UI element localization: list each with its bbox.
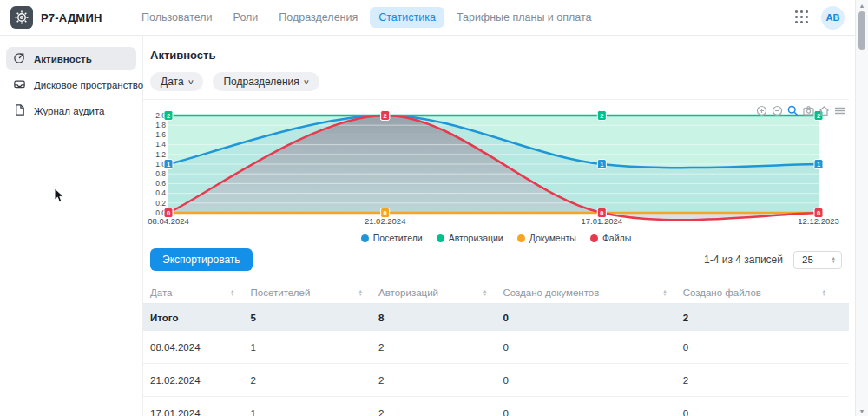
- column-header-label: Дата: [150, 287, 172, 298]
- table-cell: 1: [251, 342, 378, 353]
- sort-icon[interactable]: ▲▼: [358, 289, 363, 297]
- svg-text:1.2: 1.2: [155, 150, 166, 159]
- table-row-3[interactable]: 17.01.20241200: [143, 397, 849, 416]
- avatar[interactable]: АВ: [821, 6, 845, 30]
- svg-text:1: 1: [817, 161, 820, 168]
- nav-item-2[interactable]: Подразделения: [270, 7, 366, 28]
- chevron-down-icon: ∨: [303, 78, 310, 86]
- svg-text:0: 0: [167, 209, 170, 217]
- sidebar-item-1[interactable]: Дисковое пространство: [6, 73, 136, 96]
- zoom-out-icon[interactable]: [771, 104, 783, 116]
- table-cell: 0: [503, 313, 682, 323]
- column-header-label: Авторизаций: [378, 287, 438, 298]
- sort-icon[interactable]: ▲▼: [822, 289, 826, 297]
- sidebar-item-0[interactable]: Активность: [6, 47, 136, 70]
- svg-text:0: 0: [817, 209, 820, 217]
- column-header-4: Создано файлов▲▼: [683, 287, 842, 298]
- legend-item-0[interactable]: Посетители: [361, 233, 423, 243]
- main-content: Активность Дата∨Подразделения∨ 0.00.20.4…: [143, 36, 849, 416]
- table-cell: 2: [378, 342, 503, 353]
- table-cell: Итого: [150, 313, 251, 323]
- nav-item-0[interactable]: Пользователи: [133, 7, 221, 28]
- legend-item-3[interactable]: Файлы: [590, 233, 631, 243]
- table-header-row: Дата▲▼Посетителей▲▼Авторизаций▲▼Создано …: [143, 282, 849, 304]
- filter-label: Дата: [161, 76, 184, 88]
- sort-icon[interactable]: ▲▼: [230, 289, 234, 297]
- legend-dot-icon: [361, 234, 369, 242]
- camera-icon[interactable]: [802, 104, 814, 116]
- home-icon[interactable]: [818, 104, 830, 116]
- table-toolbar: Экспортировать 1-4 из 4 записей 25 ▲▼: [143, 248, 849, 271]
- app-logo-gear-icon: [10, 6, 33, 29]
- svg-text:0.6: 0.6: [155, 179, 166, 188]
- svg-text:1.6: 1.6: [155, 130, 166, 139]
- table-cell: 2: [378, 408, 503, 416]
- zoom-in-icon[interactable]: [755, 104, 767, 116]
- filter-0[interactable]: Дата∨: [150, 72, 203, 91]
- table-cell: 2: [251, 375, 378, 386]
- legend-label: Посетители: [373, 233, 423, 243]
- activity-table: Дата▲▼Посетителей▲▼Авторизаций▲▼Создано …: [143, 282, 849, 416]
- svg-text:0.2: 0.2: [155, 199, 166, 208]
- scrollbar[interactable]: ▲ ▼: [855, 0, 868, 416]
- svg-text:0: 0: [384, 209, 387, 217]
- filter-label: Подразделения: [223, 76, 299, 88]
- legend-label: Документы: [529, 233, 576, 243]
- svg-text:0.8: 0.8: [155, 169, 166, 178]
- zoom-icon[interactable]: [786, 104, 799, 116]
- svg-text:2: 2: [600, 112, 603, 120]
- menu-icon[interactable]: [833, 104, 845, 116]
- page-title: Активность: [143, 49, 849, 62]
- page-size-value: 25: [802, 254, 813, 265]
- sort-icon[interactable]: ▲▼: [662, 289, 667, 297]
- scroll-down-icon[interactable]: ▼: [856, 406, 868, 416]
- table-row-0[interactable]: Итого5802: [143, 304, 849, 331]
- scroll-up-icon[interactable]: ▲: [856, 0, 868, 10]
- activity-chart: 0.00.20.40.60.81.01.21.41.61.82.008.04.2…: [143, 99, 849, 243]
- column-header-2: Авторизаций▲▼: [378, 287, 503, 298]
- sort-icon[interactable]: ▲▼: [483, 289, 487, 297]
- sidebar-item-label: Журнал аудита: [34, 106, 104, 116]
- chart-canvas[interactable]: 0.00.20.40.60.81.01.21.41.61.82.008.04.2…: [143, 102, 849, 229]
- nav-item-3[interactable]: Статистика: [370, 7, 444, 28]
- nav-item-4[interactable]: Тарифные планы и оплата: [448, 7, 601, 28]
- column-header-label: Посетителей: [251, 287, 311, 298]
- svg-text:1.8: 1.8: [155, 121, 166, 129]
- table-cell: 17.01.2024: [150, 408, 251, 416]
- legend-dot-icon: [517, 234, 525, 242]
- export-button[interactable]: Экспортировать: [150, 248, 253, 271]
- legend-label: Авторизации: [449, 233, 503, 243]
- main-nav: ПользователиРолиПодразделенияСтатистикаТ…: [133, 7, 601, 28]
- chevron-down-icon: ∨: [187, 78, 194, 86]
- brand: Р7-АДМИН: [0, 6, 133, 29]
- svg-text:1: 1: [167, 161, 170, 168]
- table-cell: 0: [683, 342, 842, 353]
- apps-grid-icon[interactable]: [795, 10, 809, 24]
- table-cell: 2: [378, 375, 503, 386]
- legend-dot-icon: [590, 234, 598, 242]
- svg-text:2: 2: [384, 112, 387, 120]
- filter-1[interactable]: Подразделения∨: [213, 72, 319, 91]
- column-header-1: Посетителей▲▼: [251, 287, 378, 298]
- scrollbar-thumb[interactable]: [858, 11, 865, 50]
- brand-title: Р7-АДМИН: [41, 11, 102, 24]
- disk-icon: [13, 77, 26, 92]
- table-cell: 0: [503, 342, 682, 353]
- legend-dot-icon: [437, 234, 444, 242]
- sidebar-item-label: Активность: [34, 54, 92, 64]
- svg-text:0: 0: [600, 209, 603, 217]
- chart-modebar: [755, 104, 845, 116]
- table-row-2[interactable]: 21.02.20242202: [143, 364, 849, 397]
- sidebar-item-2[interactable]: Журнал аудита: [6, 99, 136, 122]
- legend-item-1[interactable]: Авторизации: [437, 233, 503, 243]
- table-row-1[interactable]: 08.04.20241200: [143, 331, 849, 364]
- table-cell: 21.02.2024: [150, 375, 251, 386]
- column-header-3: Создано документов▲▼: [503, 287, 682, 298]
- page-size-select[interactable]: 25 ▲▼: [793, 251, 842, 269]
- svg-text:1: 1: [600, 161, 603, 168]
- filters-row: Дата∨Подразделения∨: [143, 72, 849, 91]
- nav-item-1[interactable]: Роли: [225, 7, 267, 28]
- legend-item-2[interactable]: Документы: [517, 233, 576, 243]
- sidebar-item-label: Дисковое пространство: [34, 80, 143, 90]
- table-cell: 2: [683, 313, 842, 323]
